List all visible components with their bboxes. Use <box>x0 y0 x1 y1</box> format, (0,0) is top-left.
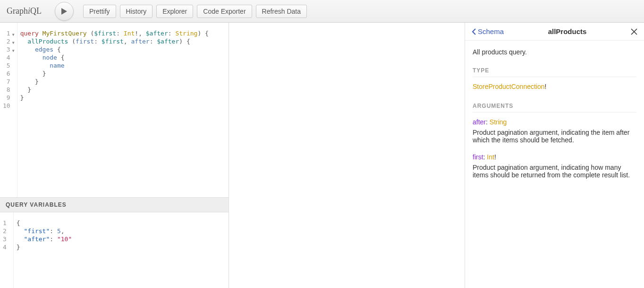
docs-back-button[interactable]: Schema <box>472 27 504 35</box>
docs-body: All products query. type StoreProductCon… <box>465 41 644 188</box>
docs-type-link[interactable]: StoreProductConnection <box>473 83 545 90</box>
logo: GraphiQL <box>7 6 42 16</box>
docs-argument: first: Int!Product pagination argument, … <box>473 153 636 179</box>
docs-section-args: arguments <box>473 103 636 113</box>
docs-type-bang: ! <box>545 83 547 90</box>
results-panel <box>229 23 465 288</box>
arg-description: Product pagination argument, indicating … <box>473 129 636 144</box>
query-code[interactable]: query MyFirstQuery ($first: Int!, $after… <box>17 23 212 197</box>
arg-type-link[interactable]: Int <box>487 153 494 161</box>
docs-description: All products query. <box>473 48 636 56</box>
play-icon <box>61 8 68 15</box>
docs-panel: Schema allProducts All products query. t… <box>465 23 644 288</box>
main: 1▼2▼3▼45678910 query MyFirstQuery ($firs… <box>0 23 644 288</box>
arg-description: Product pagination argument, indicating … <box>473 164 636 179</box>
variables-editor[interactable]: 1234 { "first": 5, "after": "10"} <box>0 212 229 288</box>
code-exporter-button[interactable]: Code Exporter <box>197 5 252 18</box>
refresh-data-button[interactable]: Refresh Data <box>256 5 307 18</box>
docs-title: allProducts <box>548 27 587 35</box>
variables-gutter: 1234 <box>0 212 14 288</box>
query-variables-header[interactable]: Query Variables <box>0 197 229 212</box>
query-gutter: 1▼2▼3▼45678910 <box>0 23 17 197</box>
arg-type-link[interactable]: String <box>490 118 507 126</box>
close-icon <box>631 28 637 35</box>
explorer-button[interactable]: Explorer <box>156 5 193 18</box>
query-editor[interactable]: 1▼2▼3▼45678910 query MyFirstQuery ($firs… <box>0 23 229 197</box>
toolbar: GraphiQL Prettify History Explorer Code … <box>0 0 644 23</box>
prettify-button[interactable]: Prettify <box>83 5 116 18</box>
variables-code[interactable]: { "first": 5, "after": "10"} <box>14 212 76 288</box>
editor-column: 1▼2▼3▼45678910 query MyFirstQuery ($firs… <box>0 23 229 288</box>
docs-close-button[interactable] <box>631 28 637 35</box>
docs-header: Schema allProducts <box>465 23 644 41</box>
docs-section-type: type <box>473 67 636 77</box>
docs-argument: after: StringProduct pagination argument… <box>473 118 636 144</box>
history-button[interactable]: History <box>120 5 153 18</box>
docs-back-label: Schema <box>478 27 504 35</box>
arg-name[interactable]: after <box>473 118 486 126</box>
run-button[interactable] <box>55 2 74 21</box>
arg-name[interactable]: first <box>473 153 483 161</box>
chevron-left-icon <box>472 28 476 35</box>
